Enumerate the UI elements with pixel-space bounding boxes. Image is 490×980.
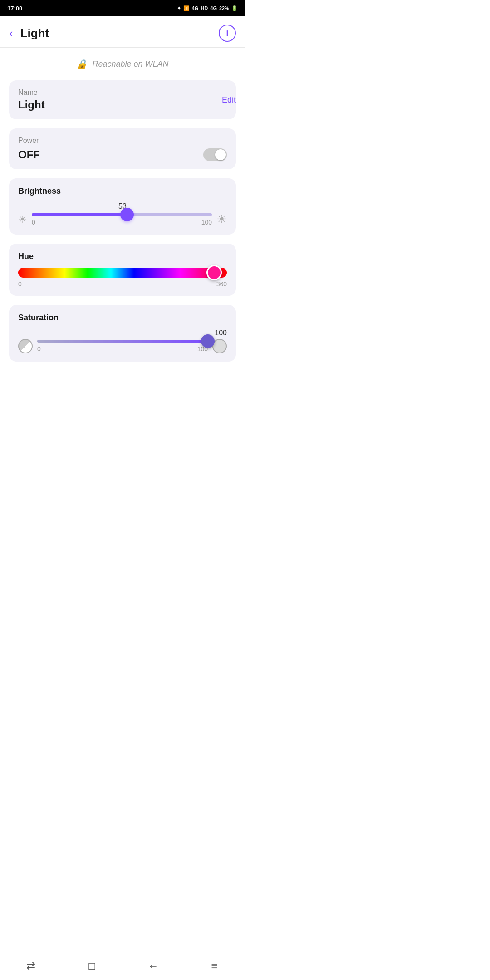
brightness-thumb[interactable] — [120, 208, 134, 221]
wlan-text: Reachable on WLAN — [92, 59, 168, 69]
saturation-thumb[interactable] — [201, 334, 215, 348]
bluetooth-icon: ✦ — [177, 5, 181, 11]
brightness-card: Brightness 53 ☀ 0 100 ☀ — [9, 178, 236, 235]
info-button[interactable]: i — [219, 24, 236, 42]
power-card: Power OFF — [9, 128, 236, 169]
toggle-knob — [215, 149, 226, 160]
power-toggle[interactable] — [203, 148, 227, 161]
hue-min: 0 — [18, 280, 22, 288]
brightness-max-icon: ☀ — [216, 212, 227, 226]
name-label: Name — [18, 88, 227, 97]
brightness-track[interactable] — [32, 213, 212, 216]
header: ‹ Light i — [0, 16, 245, 48]
saturation-value: 100 — [18, 329, 227, 337]
hue-slider[interactable] — [18, 268, 227, 278]
status-bar: 17:00 ✦ 📶 4G HD 4G 22% 🔋 — [0, 0, 245, 16]
battery-label: 22% — [219, 5, 229, 11]
brightness-min: 0 — [32, 219, 35, 226]
edit-button[interactable]: Edit — [222, 95, 236, 105]
hue-minmax: 0 360 — [18, 280, 227, 288]
name-card: Name Light Edit — [9, 80, 236, 119]
saturation-slider[interactable]: 0 100 — [37, 340, 208, 353]
brightness-slider[interactable]: 0 100 — [32, 213, 212, 226]
saturation-card: Saturation 100 0 100 — [9, 305, 236, 362]
brightness-fill — [32, 213, 127, 216]
saturation-slider-row: 0 100 — [18, 339, 227, 353]
brightness-max: 100 — [201, 219, 212, 226]
saturation-title: Saturation — [18, 313, 227, 323]
wlan-status: 🔒 Reachable on WLAN — [0, 48, 245, 80]
brightness-min-icon: ☀ — [18, 214, 27, 225]
battery-icon: 🔋 — [231, 5, 238, 11]
signal-icon: 4G — [192, 5, 199, 11]
info-icon: i — [226, 29, 228, 38]
hue-track[interactable] — [18, 268, 227, 278]
brightness-minmax: 0 100 — [32, 219, 212, 226]
page-title: Light — [20, 26, 219, 40]
hue-card: Hue 0 360 — [9, 244, 236, 296]
power-label: Power — [18, 137, 227, 145]
brightness-title: Brightness — [18, 186, 227, 196]
hd-icon: HD — [201, 5, 208, 11]
status-time: 17:00 — [7, 5, 22, 12]
name-value: Light — [18, 98, 227, 111]
lock-icon: 🔒 — [76, 59, 88, 69]
saturation-minmax: 0 100 — [37, 345, 208, 353]
status-icons: ✦ 📶 4G HD 4G 22% 🔋 — [177, 5, 238, 11]
wifi-icon: 📶 — [183, 5, 190, 11]
hue-max: 360 — [216, 280, 227, 288]
hue-thumb[interactable] — [206, 265, 222, 280]
saturation-min: 0 — [37, 345, 41, 353]
saturation-track[interactable] — [37, 340, 208, 343]
hue-title: Hue — [18, 252, 227, 261]
back-button[interactable]: ‹ — [9, 26, 13, 40]
brightness-slider-row: ☀ 0 100 ☀ — [18, 212, 227, 226]
saturation-min-icon — [18, 339, 33, 353]
power-value: OFF — [18, 148, 40, 161]
signal2-icon: 4G — [210, 5, 217, 11]
power-row: OFF — [18, 148, 227, 161]
